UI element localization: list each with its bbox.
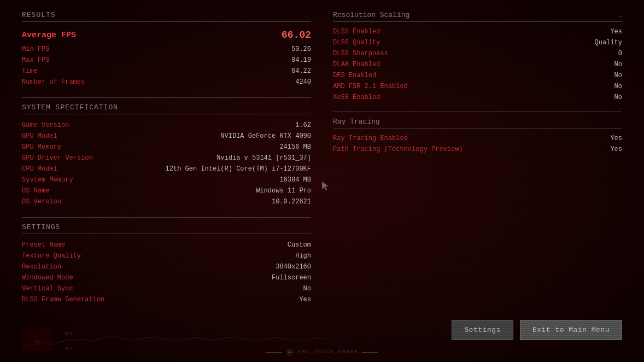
row-label: Path Tracing (Technology Preview) xyxy=(333,145,463,153)
table-row: GPU Driver VersionNvidia v 53141 [r531_3… xyxy=(22,153,311,164)
divider-2 xyxy=(22,217,311,218)
system-spec-title: System Specification xyxy=(22,103,311,114)
settings-title: Settings xyxy=(22,223,311,234)
svg-marker-0 xyxy=(322,182,329,190)
row-label: Number of Frames xyxy=(22,78,85,86)
table-row: DLSS QualityQuality xyxy=(333,37,622,48)
row-label: DLSS Frame Generation xyxy=(22,296,104,303)
svg-text:35: 35 xyxy=(65,346,73,351)
row-value: 16384 MB xyxy=(279,176,311,184)
main-container: Results Average FPS 66.02 Min FPS50.26Ma… xyxy=(0,0,644,362)
resolution-scaling-title: Resolution Scaling xyxy=(333,11,622,22)
row-label: Texture Quality xyxy=(22,252,81,260)
table-row: System Memory16384 MB xyxy=(22,174,311,185)
row-label: System Memory xyxy=(22,176,73,184)
row-value: NVIDIA GeForce RTX 4090 xyxy=(220,132,311,140)
ray-tracing-title: Ray Tracing xyxy=(333,118,622,129)
table-row: DLAA EnabledNo xyxy=(333,59,622,70)
row-label: Vertical Sync xyxy=(22,285,73,293)
table-row: Resolution3840x2160 xyxy=(22,261,311,272)
results-rows: Min FPS50.26Max FPS84.19Time64.22Number … xyxy=(22,44,311,87)
average-fps-row: Average FPS 66.02 xyxy=(22,27,311,44)
divider-1 xyxy=(22,97,311,98)
table-row: OS NameWindows 11 Pro xyxy=(22,185,311,196)
results-section: Results Average FPS 66.02 Min FPS50.26Ma… xyxy=(22,11,311,87)
table-row: XeSS EnabledNo xyxy=(333,92,622,103)
row-value: 1.62 xyxy=(295,121,311,129)
row-value: No xyxy=(614,61,622,68)
row-value: 64.22 xyxy=(291,67,311,75)
table-row: DRS EnabledNo xyxy=(333,70,622,81)
divider-3 xyxy=(333,112,622,112)
row-label: DLSS Enabled xyxy=(333,28,380,36)
row-label: Min FPS xyxy=(22,45,49,53)
row-label: Resolution xyxy=(22,263,61,271)
row-label: CPU Model xyxy=(22,165,57,173)
table-row: Preset NameCustom xyxy=(22,240,311,250)
row-label: GPU Memory xyxy=(22,143,61,151)
left-panel: Results Average FPS 66.02 Min FPS50.26Ma… xyxy=(22,11,311,351)
row-value: Yes xyxy=(299,296,311,303)
row-value: Windows 11 Pro xyxy=(256,187,311,195)
row-value: Nvidia v 53141 [r531_37] xyxy=(216,154,311,162)
row-value: 4240 xyxy=(295,78,311,86)
table-row: DLSS Frame GenerationYes xyxy=(22,294,311,305)
system-spec-section: System Specification Game Version1.62GPU… xyxy=(22,103,311,207)
row-label: GPU Model xyxy=(22,132,57,140)
row-label: GPU Driver Version xyxy=(22,154,93,162)
row-label: Game Version xyxy=(22,121,69,129)
row-value: Custom xyxy=(288,241,311,249)
table-row: Windowed ModeFullscreen xyxy=(22,272,311,283)
chart-area: v 85 35 xyxy=(22,329,327,351)
row-value: 12th Gen Intel(R) Core(TM) i7-12700KF xyxy=(166,165,311,173)
row-label: XeSS Enabled xyxy=(333,94,380,101)
table-row: CPU Model12th Gen Intel(R) Core(TM) i7-1… xyxy=(22,164,311,174)
row-label: Preset Name xyxy=(22,241,65,249)
bottom-buttons: Settings Exit to Main Menu xyxy=(452,320,622,340)
row-label: DLAA Enabled xyxy=(333,61,380,68)
table-row: DLSS EnabledYes xyxy=(333,26,622,37)
results-title: Results xyxy=(22,11,311,22)
row-value: 3840x2160 xyxy=(276,263,311,271)
table-row: Ray Tracing EnabledYes xyxy=(333,133,622,144)
table-row: Texture QualityHigh xyxy=(22,250,311,261)
settings-button[interactable]: Settings xyxy=(452,320,513,340)
ray-tracing-section: Ray Tracing Ray Tracing EnabledYesPath T… xyxy=(333,118,622,155)
exit-to-main-menu-button[interactable]: Exit to Main Menu xyxy=(520,320,622,340)
row-value: 84.19 xyxy=(291,56,311,64)
table-row: Min FPS50.26 xyxy=(22,44,311,55)
row-value: Yes xyxy=(610,145,622,153)
table-row: Time64.22 xyxy=(22,66,311,77)
row-value: 10.0.22621 xyxy=(272,198,311,206)
table-row: OS Version10.0.22621 xyxy=(22,196,311,207)
row-value: Yes xyxy=(610,28,622,36)
row-label: OS Version xyxy=(22,198,61,206)
row-value: Quality xyxy=(595,39,622,46)
row-label: DLSS Quality xyxy=(333,39,380,46)
settings-section: Settings Preset NameCustomTexture Qualit… xyxy=(22,223,311,305)
resolution-scaling-section: Resolution Scaling DLSS EnabledYesDLSS Q… xyxy=(333,11,622,103)
svg-text:v: v xyxy=(34,339,39,344)
table-row: GPU Memory24156 MB xyxy=(22,142,311,153)
ray-tracing-rows: Ray Tracing EnabledYesPath Tracing (Tech… xyxy=(333,133,622,155)
row-value: Fullscreen xyxy=(272,274,311,282)
right-panel-top-deco: ⌄ xyxy=(619,12,622,19)
fps-chart: v 85 35 xyxy=(22,329,327,351)
row-value: No xyxy=(303,285,311,293)
row-label: Time xyxy=(22,67,38,75)
row-value: 24156 MB xyxy=(279,143,311,151)
table-row: Path Tracing (Technology Preview)Yes xyxy=(333,144,622,155)
system-spec-rows: Game Version1.62GPU ModelNVIDIA GeForce … xyxy=(22,120,311,207)
row-label: OS Name xyxy=(22,187,49,195)
row-label: Windowed Mode xyxy=(22,274,73,282)
table-row: GPU ModelNVIDIA GeForce RTX 4090 xyxy=(22,131,311,142)
table-row: Game Version1.62 xyxy=(22,120,311,131)
table-row: Max FPS84.19 xyxy=(22,55,311,66)
row-label: Ray Tracing Enabled xyxy=(333,135,408,142)
average-fps-label: Average FPS xyxy=(22,31,76,40)
bottom-bar-line-left xyxy=(266,352,282,353)
right-panel: Resolution Scaling DLSS EnabledYesDLSS Q… xyxy=(333,11,622,351)
bottom-bar-line-right xyxy=(362,352,378,353)
table-row: DLSS Sharpness0 xyxy=(333,48,622,59)
table-row: Vertical SyncNo xyxy=(22,283,311,294)
